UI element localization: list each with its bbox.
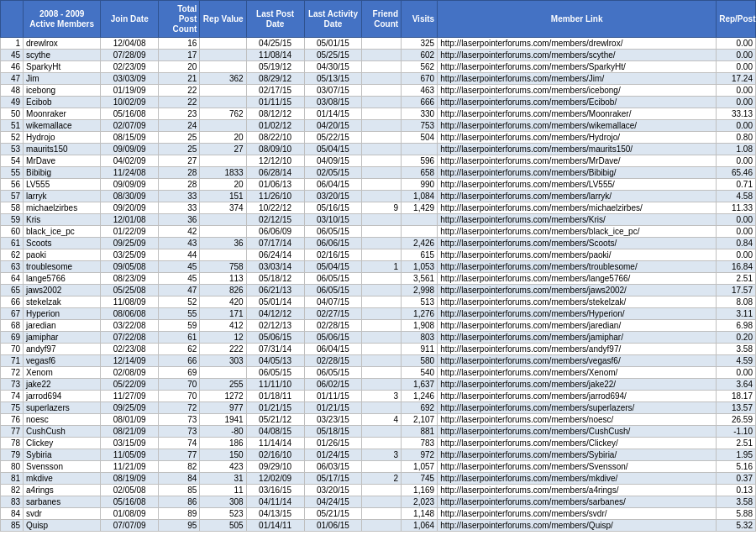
row-number: 75	[1, 402, 24, 414]
row-rep-value	[200, 214, 246, 226]
row-rep-value: 420	[200, 296, 246, 308]
row-number: 62	[1, 249, 24, 261]
table-header: 2008 - 2009 Active Members Join Date Tot…	[1, 1, 756, 38]
row-last-activity: 04/20/15	[304, 120, 362, 132]
row-friend-count	[362, 132, 402, 144]
row-rep-value: 113	[200, 273, 246, 285]
row-number: 71	[1, 355, 24, 367]
row-member-name: maurits150	[24, 144, 101, 155]
row-last-post: 03/16/15	[246, 485, 304, 496]
row-member-name: SparkyHt	[24, 61, 101, 73]
row-friend-count	[362, 320, 402, 332]
row-rep-value: 222	[200, 344, 246, 355]
row-last-activity: 03/20/15	[304, 485, 362, 496]
row-number: 1	[1, 38, 24, 50]
row-member-link: http://laserpointerforums.com/members/Mo…	[438, 108, 717, 120]
row-number: 45	[1, 50, 24, 61]
row-member-link: http://laserpointerforums.com/members/tr…	[438, 261, 717, 273]
row-join-date: 09/20/09	[101, 202, 159, 214]
row-member-name: Xenom	[24, 367, 101, 379]
row-join-date: 08/30/09	[101, 191, 159, 202]
row-number: 68	[1, 320, 24, 332]
row-visits	[402, 226, 438, 238]
row-last-post: 07/17/14	[246, 238, 304, 249]
row-member-name: a4rings	[24, 485, 101, 496]
row-member-name: Bibibig	[24, 167, 101, 179]
row-visits: 1,084	[402, 191, 438, 202]
row-visits: 580	[402, 355, 438, 367]
row-member-name: Clickey	[24, 438, 101, 449]
row-post-count: 70	[159, 379, 200, 391]
row-last-activity: 04/09/15	[304, 155, 362, 167]
row-friend-count	[362, 485, 402, 496]
table-row: 84svdr01/08/098952304/13/1505/21/151,148…	[1, 508, 756, 520]
row-member-link: http://laserpointerforums.com/members/Kr…	[438, 214, 717, 226]
row-rep-per-post: 0.00	[717, 367, 756, 379]
row-join-date: 02/05/08	[101, 485, 159, 496]
row-member-name: jaws2002	[24, 285, 101, 296]
row-join-date: 05/22/09	[101, 379, 159, 391]
row-friend-count	[362, 108, 402, 120]
row-last-post: 11/14/14	[246, 438, 304, 449]
row-join-date: 09/25/09	[101, 402, 159, 414]
row-join-date: 10/02/09	[101, 97, 159, 108]
row-friend-count	[362, 38, 402, 50]
row-number: 83	[1, 496, 24, 508]
row-last-post: 05/19/12	[246, 61, 304, 73]
row-last-post: 12/12/10	[246, 155, 304, 167]
row-last-post: 11/26/10	[246, 191, 304, 202]
row-join-date: 07/22/08	[101, 332, 159, 344]
row-member-name: icebong	[24, 85, 101, 97]
table-row: 53maurits15009/09/09252708/09/1005/04/15…	[1, 144, 756, 155]
row-post-count: 22	[159, 85, 200, 97]
row-join-date: 03/22/08	[101, 320, 159, 332]
row-number: 46	[1, 61, 24, 73]
row-rep-per-post: 0.00	[717, 226, 756, 238]
table-row: 79Sybiria11/05/097715002/16/1001/24/1539…	[1, 449, 756, 461]
row-member-name: superlazers	[24, 402, 101, 414]
row-number: 69	[1, 332, 24, 344]
row-post-count: 86	[159, 496, 200, 508]
row-rep-per-post: 0.00	[717, 249, 756, 261]
row-rep-per-post: 0.80	[717, 132, 756, 144]
row-rep-per-post: 17.24	[717, 73, 756, 85]
row-friend-count	[362, 249, 402, 261]
row-post-count: 62	[159, 344, 200, 355]
row-number: 59	[1, 214, 24, 226]
row-number: 78	[1, 438, 24, 449]
row-rep-per-post: 0.00	[717, 50, 756, 61]
table-row: 81mkdive08/19/09843112/02/0905/17/152745…	[1, 473, 756, 485]
row-last-activity: 01/21/15	[304, 402, 362, 414]
row-number: 80	[1, 461, 24, 473]
table-row: 72Xenom02/08/096906/05/1506/05/15540http…	[1, 367, 756, 379]
row-member-name: Sybiria	[24, 449, 101, 461]
row-member-name: Moonraker	[24, 108, 101, 120]
row-post-count: 23	[159, 108, 200, 120]
row-member-link: http://laserpointerforums.com/members/dr…	[438, 38, 717, 50]
row-rep-per-post: 2.51	[717, 438, 756, 449]
row-join-date: 11/08/09	[101, 296, 159, 308]
row-join-date: 12/14/09	[101, 355, 159, 367]
header-rep-post: Rep/Post	[717, 1, 756, 38]
row-rep-per-post: 13.57	[717, 402, 756, 414]
row-last-activity: 04/30/15	[304, 61, 362, 73]
row-member-link: http://laserpointerforums.com/members/an…	[438, 344, 717, 355]
table-row: 77CushCush08/21/0973-8004/08/1505/18/158…	[1, 426, 756, 438]
row-number: 64	[1, 273, 24, 285]
row-friend-count	[362, 367, 402, 379]
row-friend-count	[362, 508, 402, 520]
row-rep-value	[200, 120, 246, 132]
row-member-name: wikemallace	[24, 120, 101, 132]
row-last-post: 01/14/11	[246, 520, 304, 532]
row-join-date: 02/23/08	[101, 344, 159, 355]
row-last-activity: 01/06/15	[304, 520, 362, 532]
table-row: 78Clickey03/15/097418611/14/1401/26/1578…	[1, 438, 756, 449]
row-join-date: 01/08/09	[101, 508, 159, 520]
row-last-activity: 01/14/15	[304, 108, 362, 120]
row-number: 74	[1, 391, 24, 402]
row-member-link: http://laserpointerforums.com/members/Cl…	[438, 438, 717, 449]
row-rep-per-post: 0.00	[717, 61, 756, 73]
row-join-date: 02/23/09	[101, 61, 159, 73]
table-row: 47Jim03/03/092136208/29/1205/13/15670htt…	[1, 73, 756, 85]
row-post-count: 73	[159, 426, 200, 438]
